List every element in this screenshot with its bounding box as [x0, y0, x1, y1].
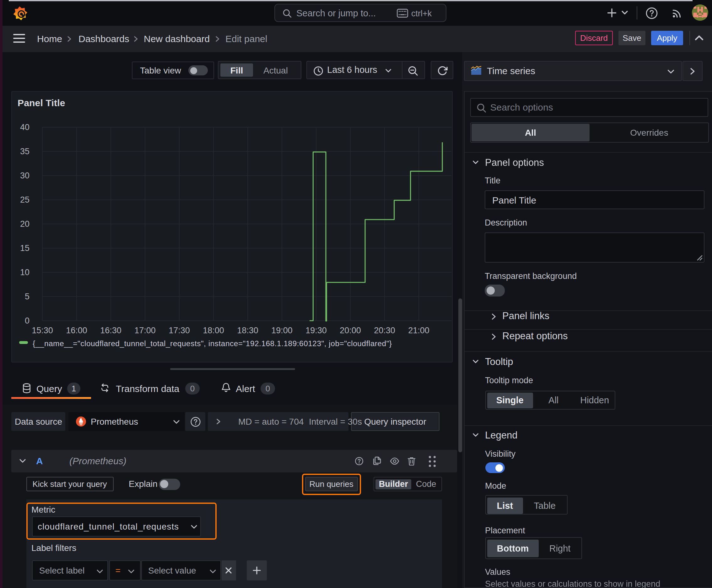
svg-text:20: 20 — [20, 219, 29, 228]
svg-text:0: 0 — [24, 316, 29, 325]
svg-text:35: 35 — [20, 146, 29, 156]
svg-text:40: 40 — [20, 122, 29, 132]
svg-text:21:00: 21:00 — [408, 326, 429, 335]
svg-text:20:00: 20:00 — [339, 326, 361, 335]
svg-text:25: 25 — [20, 195, 29, 204]
svg-text:18:30: 18:30 — [237, 326, 258, 335]
svg-text:17:00: 17:00 — [134, 326, 155, 335]
svg-text:18:00: 18:00 — [202, 326, 224, 335]
svg-text:15: 15 — [20, 243, 29, 253]
svg-text:20:30: 20:30 — [373, 326, 395, 335]
svg-text:19:00: 19:00 — [271, 326, 292, 335]
svg-text:{__name__="cloudflared_tunnel_: {__name__="cloudflared_tunnel_total_requ… — [33, 339, 391, 348]
svg-text:17:30: 17:30 — [168, 326, 190, 335]
svg-text:5: 5 — [24, 292, 29, 301]
svg-text:16:30: 16:30 — [100, 326, 121, 335]
svg-text:10: 10 — [20, 267, 29, 277]
svg-text:30: 30 — [20, 171, 29, 180]
svg-text:19:30: 19:30 — [305, 326, 326, 335]
svg-text:15:30: 15:30 — [31, 326, 53, 335]
svg-text:16:00: 16:00 — [66, 326, 87, 335]
